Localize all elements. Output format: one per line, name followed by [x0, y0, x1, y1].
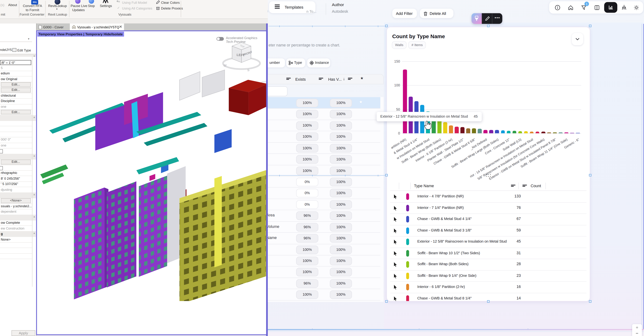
exists-pill[interactable]: 100% [296, 245, 318, 254]
home-icon[interactable] [568, 5, 574, 10]
collapse-widget-button[interactable] [572, 33, 583, 45]
param-row[interactable]: Volume96%100% [268, 221, 380, 233]
param-row[interactable]: Area96%100% [268, 210, 380, 221]
param-row[interactable]: 100%100% [268, 131, 380, 143]
collapse-chevron-icon[interactable]: « [33, 216, 36, 218]
exists-pill[interactable]: 96% [296, 212, 318, 220]
edit-button[interactable]: Edit... [1, 160, 31, 164]
exists-pill[interactable]: 0% [296, 178, 318, 186]
tab-instance[interactable]: Instance [307, 59, 330, 67]
exists-pill[interactable]: 100% [296, 166, 318, 175]
bar[interactable] [501, 130, 505, 133]
settings-button[interactable]: Settings [100, 4, 112, 8]
filter-lines-icon[interactable] [522, 185, 527, 188]
selection-handle[interactable] [385, 174, 388, 176]
convert-rfa-button[interactable]: Convert RFA [22, 4, 42, 8]
param-row[interactable]: 0%100% [268, 199, 380, 210]
param-row[interactable]: 100%100% [268, 289, 380, 300]
bar[interactable] [506, 131, 510, 133]
has-value-pill[interactable]: 100% [330, 268, 352, 276]
light-mode-sun-icon[interactable] [634, 5, 639, 10]
edit-button[interactable]: Edit... [1, 88, 31, 92]
bar[interactable] [472, 128, 476, 133]
bar[interactable] [518, 131, 522, 133]
about-button[interactable]: About [8, 3, 17, 7]
selection-handle[interactable] [487, 25, 490, 27]
selection-handle[interactable] [487, 300, 490, 303]
zoom-out-button[interactable]: − [632, 331, 642, 336]
column-exists[interactable]: Exists [295, 77, 306, 81]
exists-pill[interactable]: 96% [296, 279, 318, 288]
collapse-chevron-icon[interactable]: « [33, 55, 36, 57]
exists-pill[interactable]: 96% [296, 223, 318, 231]
style-brush-button[interactable] [472, 13, 482, 24]
favorite-star-icon[interactable]: ★ [359, 100, 363, 104]
select-cursor-icon[interactable] [393, 194, 398, 199]
bar[interactable] [455, 127, 459, 133]
table-row[interactable]: Chase - GWB & Metal Stud 4 1/4"67 [390, 213, 586, 225]
exists-pill[interactable]: 100% [296, 121, 318, 130]
column-has-value[interactable]: Has V... [328, 77, 342, 81]
table-row[interactable]: Interior - 6 1/8" Partition (2-hr)16 [390, 281, 586, 293]
exists-pill[interactable]: 100% [296, 268, 318, 276]
broom-icon[interactable] [622, 5, 627, 10]
table-row[interactable]: Soffit - Beam Wrap 9 1/4" (One Side)23 [390, 270, 586, 282]
filter-lines-icon[interactable] [286, 78, 291, 81]
favorite-star-icon[interactable]: ★ [360, 76, 364, 80]
has-value-pill[interactable]: 100% [330, 234, 352, 243]
param-row[interactable]: 100%100% [268, 120, 380, 131]
has-value-pill[interactable]: 100% [330, 133, 352, 141]
collapse-chevron-icon[interactable]: « [33, 116, 36, 118]
bar[interactable] [530, 132, 534, 133]
has-value-pill[interactable]: 100% [330, 245, 352, 254]
exists-pill[interactable]: 100% [296, 290, 318, 299]
apply-button[interactable]: Apply [12, 330, 35, 336]
has-value-pill[interactable]: 100% [330, 110, 352, 119]
collapse-chevron-icon[interactable]: « [33, 155, 36, 157]
3d-viewport[interactable]: Temporary View Properties | Temporary Hi… [36, 31, 268, 335]
select-cursor-icon[interactable] [393, 284, 398, 290]
has-value-pill[interactable]: 100% [330, 290, 352, 299]
table-row[interactable]: Chase - GWB & Metal Stud 3 1/8"59 [390, 225, 586, 236]
stop-button[interactable]: Stop [88, 4, 95, 8]
bar[interactable] [484, 130, 488, 133]
tab-number[interactable]: umber [268, 59, 285, 67]
collapse-chevron-icon[interactable]: « [33, 194, 36, 195]
menu-icon[interactable] [275, 5, 280, 9]
select-cursor-icon[interactable] [393, 273, 398, 279]
param-row[interactable]: 100%100% [268, 153, 380, 165]
select-cursor-icon[interactable] [393, 295, 398, 301]
table-row[interactable]: Soffit - Beam Wrap (Both Sides)28 [390, 259, 586, 270]
has-value-pill[interactable]: 100% [330, 212, 352, 220]
param-search-input[interactable] [268, 86, 288, 96]
has-value-pill[interactable]: 100% [330, 155, 352, 164]
select-cursor-icon[interactable] [393, 250, 398, 256]
bar[interactable] [512, 131, 516, 133]
sort-desc-icon[interactable]: ↓ [343, 77, 345, 81]
select-cursor-icon[interactable] [393, 228, 398, 233]
bar[interactable] [466, 128, 470, 133]
select-cursor-icon[interactable] [393, 262, 398, 267]
tab-vyssuals-active[interactable]: Vyssuals - y.schindelJY5TQ ✕ [70, 24, 124, 31]
param-row[interactable]: Name96%100% [268, 232, 380, 244]
revitlookup-caret[interactable]: ▾ [56, 7, 58, 10]
edit-button[interactable]: <None> [1, 198, 31, 203]
column-count[interactable]: Count [530, 183, 541, 188]
bar[interactable] [438, 120, 442, 133]
tab-close-icon[interactable]: ✕ [119, 25, 122, 29]
table-row[interactable]: Interior - 4 7/8" Partition (NR)133 [390, 191, 586, 202]
has-value-pill[interactable]: 100% [330, 189, 352, 198]
bar[interactable] [478, 129, 482, 133]
edit-button[interactable]: Edit... [1, 110, 31, 115]
exists-pill[interactable]: 0% [296, 200, 318, 209]
filter-lines-icon[interactable] [511, 185, 516, 188]
charts-tab-active[interactable] [604, 2, 617, 13]
selection-handle[interactable] [589, 300, 592, 303]
bar[interactable] [570, 133, 574, 133]
param-row[interactable]: 100%100% [268, 108, 380, 120]
bar[interactable] [490, 130, 493, 133]
param-row[interactable]: 100%100%★ [268, 97, 380, 109]
table-row[interactable]: Exterior - 12 5/8" Rainscreen w Insulati… [390, 236, 586, 248]
filter-lines-icon[interactable] [348, 78, 352, 81]
bar[interactable] [443, 122, 447, 133]
